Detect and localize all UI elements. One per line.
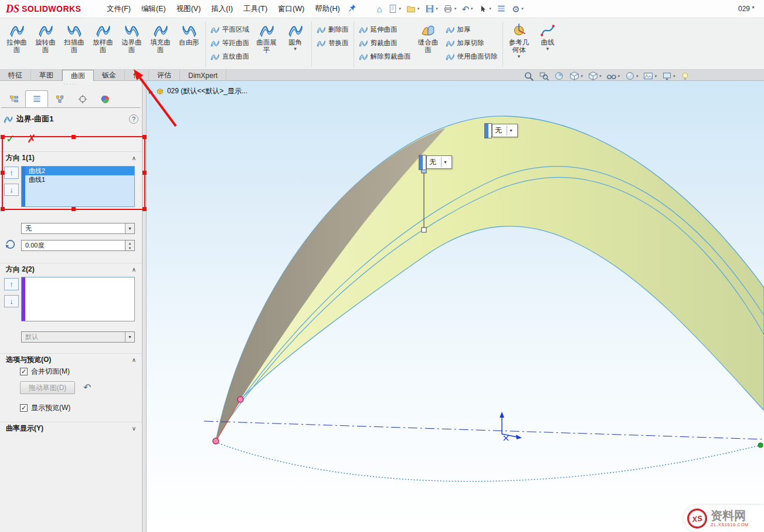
menu-edit[interactable]: 编辑(E) xyxy=(136,1,171,17)
endpoint-green[interactable] xyxy=(758,443,763,448)
dropdown-arrow-icon[interactable]: ▾ xyxy=(507,126,515,135)
lofted-surface-button[interactable]: 放样曲面 xyxy=(89,19,117,69)
lightbulb-icon[interactable] xyxy=(680,71,690,81)
direction1-header[interactable]: 方向 1(1) ∧ xyxy=(0,151,142,164)
list-item-curve1[interactable]: 曲线1 xyxy=(25,175,134,184)
flatten-surface-button[interactable]: 曲面展平 xyxy=(252,19,281,69)
tab-features[interactable]: 特征 xyxy=(0,70,31,81)
select-button[interactable]: ▾ xyxy=(477,4,493,14)
tangent-callout-dropdown[interactable]: 无 ▾ xyxy=(426,155,452,169)
new-document-button[interactable]: ▾ xyxy=(387,4,402,14)
checkbox-checked-icon[interactable]: ✓ xyxy=(20,368,28,375)
thicken-button[interactable]: 加厚 xyxy=(443,25,501,35)
show-preview-checkbox[interactable]: ✓ 显示预览(W) xyxy=(20,403,70,413)
help-icon[interactable]: ? xyxy=(129,114,138,124)
panel-splitter-handle[interactable]: ····· xyxy=(0,81,142,88)
zoom-fit-icon[interactable] xyxy=(524,71,534,81)
menu-tools[interactable]: 工具(T) xyxy=(238,1,273,17)
move-up-button[interactable]: ↑ xyxy=(4,167,19,179)
print-button[interactable]: ▾ xyxy=(442,4,457,14)
tangent-callout-dropdown[interactable]: 无 ▾ xyxy=(492,124,518,137)
list-item-curve2[interactable]: 曲线2 xyxy=(25,167,134,175)
dropdown-arrow-icon[interactable]: ▾ xyxy=(441,157,449,167)
edit-appearance-icon[interactable]: ▾ xyxy=(625,71,639,81)
trim-surface-button[interactable]: 剪裁曲面 xyxy=(356,38,414,48)
expand-arrow-icon[interactable]: ▶ xyxy=(149,89,153,94)
curves-button[interactable]: 曲线▼ xyxy=(534,19,562,69)
undo-icon[interactable]: ↶ xyxy=(83,383,91,392)
vertex-point[interactable] xyxy=(237,397,243,402)
tab-weldments[interactable]: 件 xyxy=(125,70,149,81)
tangent-type-dropdown[interactable]: 无 ▾ xyxy=(21,223,135,234)
options-gear-button[interactable]: ⚙▾ xyxy=(511,4,524,14)
delete-face-button[interactable]: 删除面 xyxy=(314,25,352,35)
knit-surface-button[interactable]: 缝合曲面 xyxy=(414,19,443,69)
filled-surface-button[interactable]: 填充曲面 xyxy=(146,19,175,69)
cut-with-surface-button[interactable]: 使用曲面切除 xyxy=(443,52,501,62)
graphics-viewport[interactable]: ▶ 029 (默认<<默认>_显示... 无 ▾ 无 ▾ xyxy=(147,81,764,532)
panel-vertical-splitter[interactable] xyxy=(142,81,147,532)
zoom-area-icon[interactable] xyxy=(539,71,549,81)
cancel-button[interactable]: ✗ xyxy=(27,133,36,144)
tab-property-manager[interactable] xyxy=(25,90,48,107)
direction2-list[interactable] xyxy=(21,277,135,321)
menu-view[interactable]: 视图(V) xyxy=(171,1,206,17)
tab-dimxpert[interactable]: DimXpert xyxy=(180,70,226,81)
apply-scene-icon[interactable]: ▾ xyxy=(643,71,657,81)
tab-sketch[interactable]: 草图 xyxy=(31,70,62,81)
tab-feature-manager[interactable] xyxy=(2,90,25,107)
ok-button[interactable]: ✓ xyxy=(6,133,15,144)
ruled-surface-button[interactable]: 直纹曲面 xyxy=(208,52,252,62)
menu-file[interactable]: 文件(F) xyxy=(101,1,136,17)
planar-surface-button[interactable]: 平面区域 xyxy=(208,25,252,35)
reference-geometry-button[interactable]: 参考几何体▼ xyxy=(505,19,534,69)
direction1-list[interactable]: 曲线2 曲线1 xyxy=(21,166,135,207)
rebuild-button[interactable] xyxy=(495,4,507,14)
pin-icon[interactable] xyxy=(348,4,357,15)
fillet-button[interactable]: 圆角▼ xyxy=(281,19,310,69)
dropdown-arrow-icon[interactable]: ▾ xyxy=(125,223,134,233)
undo-button[interactable]: ↶▾ xyxy=(461,4,474,14)
replace-face-button[interactable]: 替换面 xyxy=(314,38,352,48)
extruded-surface-button[interactable]: 拉伸曲面 xyxy=(2,19,31,69)
tab-dimxpert-manager[interactable] xyxy=(71,90,94,107)
direction2-header[interactable]: 方向 2(2) ∧ xyxy=(0,263,142,276)
move-down-button[interactable]: ↓ xyxy=(4,184,19,196)
view-orientation-icon[interactable]: ▾ xyxy=(569,71,583,81)
save-button[interactable]: ▾ xyxy=(424,4,439,14)
menu-insert[interactable]: 插入(I) xyxy=(206,1,238,17)
tab-sheet-metal[interactable]: 钣金 xyxy=(94,70,125,81)
display-style-icon[interactable]: ▾ xyxy=(588,71,602,81)
freeform-button[interactable]: 自由形 xyxy=(175,19,203,69)
options-header[interactable]: 选项与预览(O) ∧ xyxy=(0,353,142,366)
revolved-surface-button[interactable]: 旋转曲面 xyxy=(31,19,60,69)
home-button[interactable]: ⌂ xyxy=(376,4,383,14)
menu-window[interactable]: 窗口(W) xyxy=(273,1,310,17)
thickened-cut-button[interactable]: 加厚切除 xyxy=(443,38,501,48)
section-view-icon[interactable] xyxy=(554,71,564,81)
untrim-surface-button[interactable]: 解除剪裁曲面 xyxy=(356,52,414,62)
boundary-surface-button[interactable]: 边界曲面 xyxy=(117,19,146,69)
checkbox-checked-icon[interactable]: ✓ xyxy=(20,404,28,412)
feature-tree-item[interactable]: 029 (默认<<默认>_显示... xyxy=(167,86,247,96)
direction2-dropdown[interactable]: 默认 ▾ xyxy=(21,331,135,343)
swept-surface-button[interactable]: 扫描曲面 xyxy=(60,19,89,69)
tab-configuration-manager[interactable] xyxy=(48,90,71,107)
angle-input[interactable]: 0.00度 xyxy=(21,240,125,251)
hide-show-items-icon[interactable]: ▾ xyxy=(606,71,620,81)
curvature-header[interactable]: 曲率显示(Y) ∨ xyxy=(0,422,142,435)
move-down-button[interactable]: ↓ xyxy=(4,295,19,307)
drag-sketch-button[interactable]: 拖动草图(D) xyxy=(20,381,75,394)
tab-display-manager[interactable] xyxy=(94,90,117,107)
move-up-button[interactable]: ↑ xyxy=(4,278,19,290)
open-button[interactable]: ▾ xyxy=(405,4,420,14)
merge-faces-checkbox[interactable]: ✓ 合并切面(M) xyxy=(20,367,70,377)
vertex-point[interactable] xyxy=(213,438,219,444)
tab-surfaces[interactable]: 曲面 xyxy=(62,70,94,81)
view-settings-icon[interactable]: ▾ xyxy=(662,71,675,81)
angle-spinner[interactable]: ▲▼ xyxy=(125,240,135,251)
offset-surface-button[interactable]: 等距曲面 xyxy=(208,38,252,48)
menu-help[interactable]: 帮助(H) xyxy=(310,1,345,17)
tab-evaluate[interactable]: 评估 xyxy=(149,70,180,81)
extend-surface-button[interactable]: 延伸曲面 xyxy=(356,25,414,35)
